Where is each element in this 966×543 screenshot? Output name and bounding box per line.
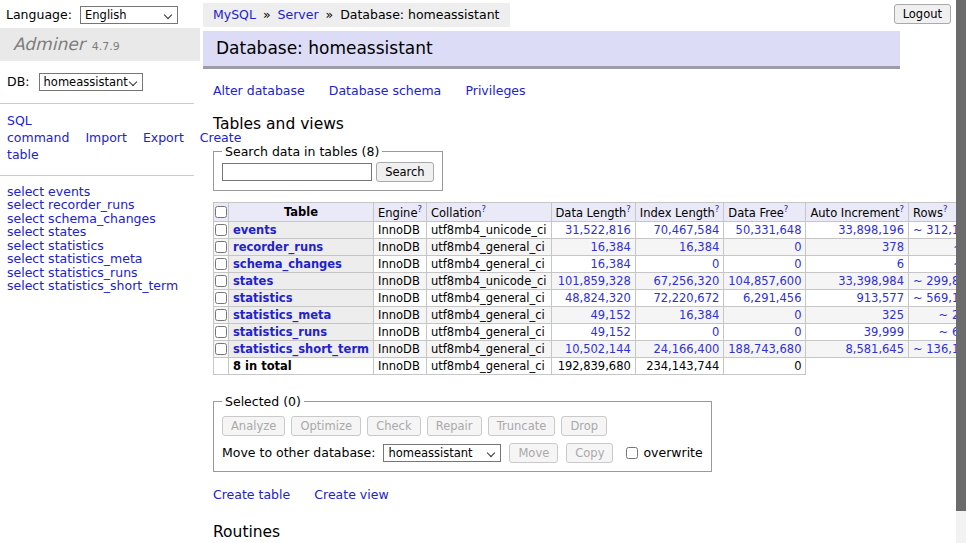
move-db-select[interactable]: homeassistant [383, 444, 501, 462]
optimize-button[interactable]: Optimize [291, 416, 361, 436]
auto-increment-link[interactable]: 325 [882, 308, 904, 322]
database-schema-link[interactable]: Database schema [329, 83, 441, 98]
col-header-collation[interactable]: Collation? [426, 203, 551, 222]
auto-increment-link[interactable]: 6 [897, 257, 904, 271]
create-view-link[interactable]: Create view [314, 487, 388, 502]
index-length-link[interactable]: 70,467,584 [653, 223, 719, 237]
auto-increment-link[interactable]: 33,398,984 [838, 274, 904, 288]
data-length-link[interactable]: 10,502,144 [565, 342, 631, 356]
sidebar-select-link[interactable]: select statistics [7, 239, 200, 253]
table-link[interactable]: states [233, 274, 273, 288]
index-length-link[interactable]: 16,384 [679, 240, 719, 254]
auto-increment-link[interactable]: 378 [882, 240, 904, 254]
privileges-link[interactable]: Privileges [465, 83, 525, 98]
auto-increment-link[interactable]: 33,898,196 [838, 223, 904, 237]
data-length-link[interactable]: 101,859,328 [558, 274, 631, 288]
row-checkbox[interactable] [215, 275, 227, 287]
col-header-data-free[interactable]: Data Free? [724, 203, 806, 222]
import-link[interactable]: Import [85, 130, 127, 145]
logout-button[interactable]: Logout [894, 4, 951, 24]
data-free-link[interactable]: 0 [794, 240, 801, 254]
scrollbar[interactable] [956, 0, 966, 543]
data-free-link[interactable]: 188,743,680 [728, 342, 801, 356]
data-length-link[interactable]: 16,384 [591, 257, 631, 271]
row-checkbox[interactable] [215, 292, 227, 304]
help-icon[interactable]: ? [943, 204, 948, 214]
repair-button[interactable]: Repair [427, 416, 482, 436]
truncate-button[interactable]: Truncate [488, 416, 556, 436]
row-checkbox[interactable] [215, 326, 227, 338]
table-link[interactable]: recorder_runs [233, 240, 323, 254]
table-link[interactable]: statistics_meta [233, 308, 331, 322]
table-link[interactable]: statistics_runs [233, 325, 327, 339]
data-length-link[interactable]: 49,152 [591, 325, 631, 339]
data-length-link[interactable]: 49,152 [591, 308, 631, 322]
data-free-link[interactable]: 0 [794, 257, 801, 271]
alter-database-link[interactable]: Alter database [213, 83, 305, 98]
index-length-link[interactable]: 16,384 [679, 308, 719, 322]
sidebar-select-link[interactable]: select statistics_runs [7, 266, 200, 280]
select-all-cell [214, 203, 229, 222]
breadcrumb-server-link[interactable]: Server [278, 7, 319, 22]
col-header-engine[interactable]: Engine? [374, 203, 427, 222]
row-checkbox[interactable] [215, 258, 227, 270]
help-icon[interactable]: ? [417, 204, 422, 214]
check-button[interactable]: Check [367, 416, 420, 436]
data-free-link[interactable]: 0 [794, 325, 801, 339]
search-button[interactable]: Search [376, 162, 434, 182]
language-select[interactable]: English [80, 6, 178, 24]
sidebar-select-link[interactable]: select schema_changes [7, 212, 200, 226]
db-select[interactable]: homeassistant [39, 73, 143, 91]
overwrite-checkbox[interactable] [626, 447, 638, 459]
index-length-link[interactable]: 0 [712, 257, 719, 271]
auto-increment-link[interactable]: 913,577 [856, 291, 904, 305]
breadcrumb-mysql-link[interactable]: MySQL [213, 7, 256, 22]
table-link[interactable]: events [233, 223, 277, 237]
data-length-link[interactable]: 48,824,320 [565, 291, 631, 305]
auto-increment-link[interactable]: 39,999 [864, 325, 904, 339]
drop-button[interactable]: Drop [561, 416, 607, 436]
data-free-link[interactable]: 6,291,456 [743, 291, 802, 305]
analyze-button[interactable]: Analyze [222, 416, 285, 436]
data-free-link[interactable]: 0 [794, 308, 801, 322]
index-length-link[interactable]: 67,256,320 [653, 274, 719, 288]
help-icon[interactable]: ? [784, 204, 789, 214]
data-length-link[interactable]: 31,522,816 [565, 223, 631, 237]
help-icon[interactable]: ? [626, 204, 631, 214]
sidebar-select-link[interactable]: select states [7, 225, 200, 239]
table-link[interactable]: schema_changes [233, 257, 342, 271]
data-free-link[interactable]: 50,331,648 [736, 223, 802, 237]
row-checkbox[interactable] [215, 343, 227, 355]
data-length-link[interactable]: 16,384 [591, 240, 631, 254]
search-input[interactable] [222, 163, 372, 181]
help-icon[interactable]: ? [715, 204, 720, 214]
row-checkbox[interactable] [215, 241, 227, 253]
col-header-data-length[interactable]: Data Length? [551, 203, 635, 222]
table-link[interactable]: statistics [233, 291, 293, 305]
row-checkbox[interactable] [215, 309, 227, 321]
help-icon[interactable]: ? [899, 204, 904, 214]
adminer-logo[interactable]: Adminer [13, 34, 85, 54]
move-button[interactable]: Move [509, 443, 558, 463]
sidebar-select-link[interactable]: select events [7, 185, 200, 199]
table-link[interactable]: statistics_short_term [233, 342, 369, 356]
index-length-link[interactable]: 0 [712, 325, 719, 339]
sql-command-link[interactable]: SQL command [7, 113, 69, 145]
data-free-link[interactable]: 104,857,600 [728, 274, 801, 288]
auto-increment-link[interactable]: 8,581,645 [845, 342, 904, 356]
scrollbar-thumb[interactable] [956, 0, 966, 511]
create-table-link[interactable]: Create table [213, 487, 290, 502]
select-all-checkbox[interactable] [215, 206, 227, 218]
col-header-index-length[interactable]: Index Length? [635, 203, 724, 222]
index-length-link[interactable]: 24,166,400 [653, 342, 719, 356]
col-header-auto-increment[interactable]: Auto Increment? [806, 203, 909, 222]
row-checkbox[interactable] [215, 224, 227, 236]
export-link[interactable]: Export [143, 130, 184, 145]
collation-cell: utf8mb4_unicode_ci [426, 272, 551, 289]
copy-button[interactable]: Copy [566, 443, 613, 463]
index-length-link[interactable]: 72,220,672 [653, 291, 719, 305]
sidebar-select-link[interactable]: select statistics_meta [7, 252, 200, 266]
sidebar-select-link[interactable]: select recorder_runs [7, 198, 200, 212]
sidebar-select-link[interactable]: select statistics_short_term [7, 279, 200, 293]
help-icon[interactable]: ? [482, 204, 487, 214]
